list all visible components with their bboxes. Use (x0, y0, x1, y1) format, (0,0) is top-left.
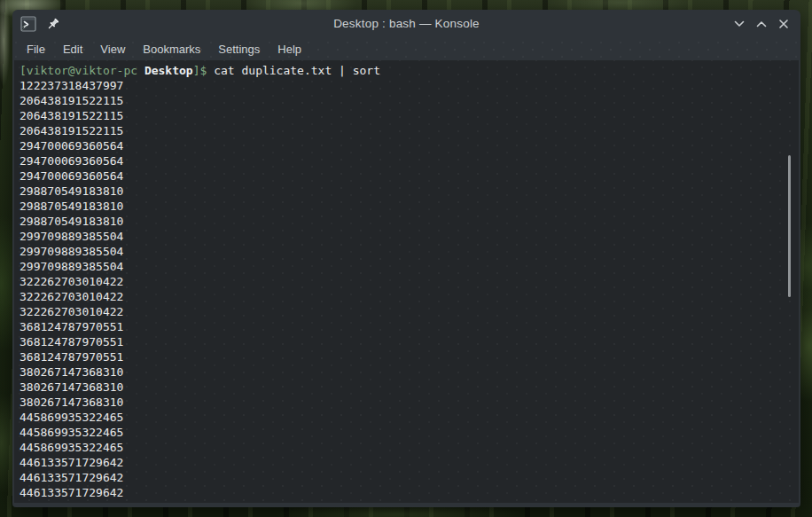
terminal-output-line: 298870549183810 (20, 214, 799, 229)
scrollbar-thumb[interactable] (788, 155, 791, 297)
terminal-output-line: 294700069360564 (20, 153, 799, 168)
minimize-button[interactable] (733, 18, 746, 30)
terminal-output-line: 446133571729642 (20, 470, 799, 485)
maximize-button[interactable] (755, 18, 768, 30)
titlebar[interactable]: Desktop : bash — Konsole (12, 10, 800, 37)
terminal-output-line: 446133571729642 (20, 455, 799, 470)
terminal-output-line: 380267147368310 (20, 380, 799, 395)
terminal-output-line: 322262703010422 (20, 289, 799, 304)
menu-bookmarks[interactable]: Bookmarks (134, 40, 209, 59)
terminal-output-line: 368124787970551 (20, 319, 799, 334)
terminal-output-line: 445869935322465 (20, 425, 799, 440)
konsole-terminal-icon[interactable] (20, 16, 36, 32)
menu-edit[interactable]: Edit (54, 40, 91, 59)
terminal-viewport[interactable]: [viktor@viktor-pc Desktop]$ cat duplicat… (14, 60, 799, 503)
terminal-output-line: 380267147368310 (20, 395, 799, 410)
terminal-output-line: 445869935322465 (20, 410, 799, 425)
window-controls (733, 18, 790, 30)
close-x-icon (777, 18, 790, 30)
terminal-output-line: 299709889385504 (20, 244, 799, 259)
chevron-down-icon (733, 18, 746, 30)
terminal-output-line: 298870549183810 (20, 184, 799, 199)
terminal-output-line: 122237318437997 (20, 78, 799, 93)
terminal-output-line: 299709889385504 (20, 229, 799, 244)
terminal-output-line: 206438191522115 (20, 123, 799, 138)
terminal-output-line: 368124787970551 (20, 334, 799, 349)
terminal-output-line: 322262703010422 (20, 304, 799, 319)
desktop-wallpaper: Desktop : bash — Konsole File Edit View … (0, 0, 812, 517)
terminal-output-line: 368124787970551 (20, 349, 799, 364)
terminal-output-line: 322262703010422 (20, 274, 799, 289)
menu-view[interactable]: View (91, 40, 134, 59)
terminal-output-line: 380267147368310 (20, 364, 799, 380)
terminal-output: 1222373184379972064381915221152064381915… (20, 78, 799, 500)
window-title: Desktop : bash — Konsole (12, 17, 800, 30)
terminal-output-line: 299709889385504 (20, 259, 799, 274)
prompt-cwd: Desktop (137, 64, 193, 77)
terminal-output-line: 294700069360564 (20, 138, 799, 153)
menu-help[interactable]: Help (269, 40, 310, 59)
terminal-output-line: 298870549183810 (20, 199, 799, 214)
terminal-output-line: 446133571729642 (20, 485, 799, 500)
terminal-output-line: 294700069360564 (20, 168, 799, 184)
menubar: File Edit View Bookmarks Settings Help (12, 37, 800, 60)
menu-settings[interactable]: Settings (209, 40, 269, 59)
konsole-window: Desktop : bash — Konsole File Edit View … (12, 10, 800, 507)
prompt-line: [viktor@viktor-pc Desktop]$ cat duplicat… (20, 63, 799, 78)
terminal-output-line: 445869935322465 (20, 440, 799, 455)
menu-file[interactable]: File (18, 40, 54, 59)
terminal-output-line: 206438191522115 (20, 108, 799, 123)
prompt-command: cat duplicate.txt | sort (214, 64, 380, 77)
prompt-user-host: [viktor@viktor-pc (20, 64, 137, 77)
pin-icon[interactable] (46, 17, 60, 31)
chevron-up-icon (755, 18, 768, 30)
terminal-output-line: 206438191522115 (20, 93, 799, 108)
close-button[interactable] (777, 18, 790, 30)
prompt-symbol: ]$ (193, 64, 214, 77)
